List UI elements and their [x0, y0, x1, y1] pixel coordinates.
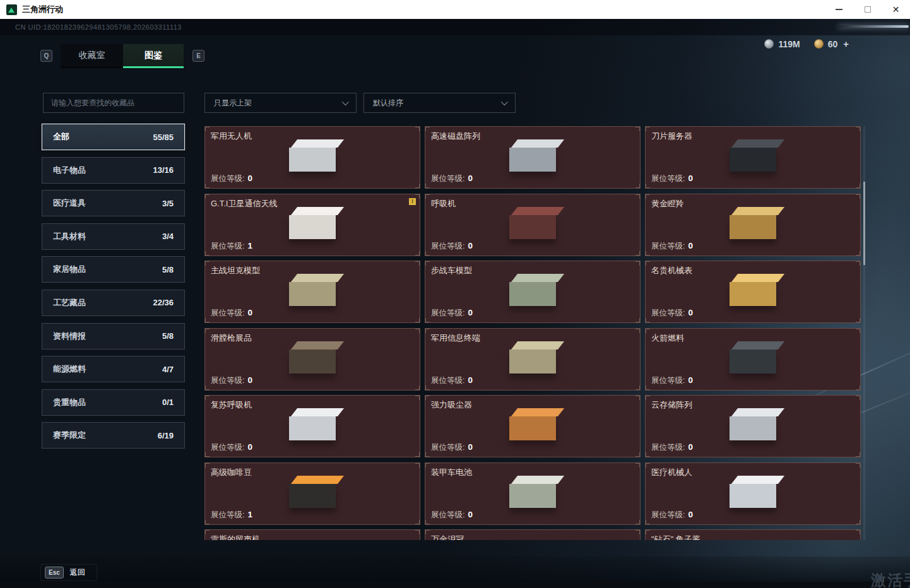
vehicle-battery-icon: [425, 473, 640, 510]
sidebar-item-3[interactable]: 工具材料 3/4: [42, 223, 185, 250]
maximize-icon: [865, 6, 871, 13]
category-count: 5/8: [162, 265, 174, 274]
collectible-card[interactable]: 军用无人机 展位等级:0: [204, 126, 420, 189]
prev-tab-key-hint[interactable]: Q: [40, 50, 52, 62]
collectible-card[interactable]: 复苏呼吸机 展位等级:0: [204, 395, 420, 457]
sidebar-item-2[interactable]: 医疗道具 3/5: [42, 190, 185, 216]
category-label: 家居物品: [53, 264, 86, 275]
category-count: 3/4: [162, 232, 174, 241]
display-level: 展位等级:0: [651, 241, 693, 252]
display-level: 展位等级:0: [211, 442, 252, 453]
collectible-card[interactable]: 步战车模型 展位等级:0: [425, 261, 641, 323]
luxury-watch-icon: [646, 271, 860, 309]
display-level: 展位等级:0: [431, 173, 473, 184]
category-count: 55/85: [153, 132, 174, 142]
respirator-icon: [425, 204, 640, 242]
window-title: 三角洲行动: [22, 4, 63, 15]
disk-array-icon: [425, 137, 640, 174]
category-label: 全部: [53, 131, 69, 143]
sidebar-item-8[interactable]: 贵重物品 0/1: [42, 389, 185, 416]
collectible-card[interactable]: 装甲车电池 展位等级:0: [425, 462, 641, 525]
collectible-card[interactable]: 万金泪冠 展位等级:0: [425, 529, 641, 540]
category-label: 赛季限定: [53, 430, 86, 441]
sidebar-item-9[interactable]: 赛季限定 6/19: [42, 422, 185, 449]
satellite-antenna-icon: [205, 204, 420, 242]
sidebar-item-5[interactable]: 工艺藏品 22/36: [42, 290, 185, 316]
grid-scrollbar-track[interactable]: [863, 126, 865, 540]
decorative-light-bar: [838, 25, 909, 28]
category-label: 工艺藏品: [53, 297, 86, 309]
collectible-card[interactable]: 火箭燃料 展位等级:0: [645, 328, 861, 391]
collectible-card[interactable]: 医疗机械人 展位等级:0: [645, 462, 861, 525]
blade-server-icon: [646, 137, 860, 174]
collectible-card[interactable]: 刀片服务器 展位等级:0: [645, 126, 861, 189]
title-bar: 三角洲行动 ✕: [0, 0, 910, 19]
category-count: 6/19: [158, 431, 174, 440]
collectible-card[interactable]: 雷斯的留声机 展位等级:0: [204, 529, 420, 540]
collectible-card[interactable]: 滑膛枪展品 展位等级:0: [204, 328, 420, 391]
back-control[interactable]: Esc 返回: [40, 564, 97, 581]
close-button[interactable]: ✕: [882, 0, 910, 19]
sidebar-item-1[interactable]: 电子物品 13/16: [42, 157, 185, 184]
collectible-card[interactable]: G.T.I卫星通信天线 ! 展位等级:1: [204, 194, 420, 256]
filter-row: 只显示上架 默认排序: [0, 93, 910, 113]
military-drone-icon: [205, 137, 420, 174]
category-label: 能源燃料: [53, 363, 86, 375]
category-label: 工具材料: [53, 231, 86, 242]
search-input[interactable]: [44, 98, 184, 107]
tab-collection-room[interactable]: 收藏室: [61, 44, 123, 68]
sidebar-item-0[interactable]: 全部 55/85: [42, 124, 185, 150]
vacuum-cleaner-icon: [425, 406, 640, 443]
back-label: 返回: [70, 567, 85, 578]
category-count: 4/7: [162, 365, 174, 374]
chevron-down-icon: [501, 98, 508, 105]
item-grid-viewport: 军用无人机 展位等级:0 高速磁盘阵列 展位等级:0 刀片服务器 展位等级:0: [204, 126, 861, 540]
collectible-card[interactable]: 高速磁盘阵列 展位等级:0: [425, 126, 641, 189]
sidebar-item-4[interactable]: 家居物品 5/8: [42, 256, 185, 283]
tab-gallery[interactable]: 图鉴: [123, 44, 184, 68]
collectible-card[interactable]: 高级咖啡豆 展位等级:1: [204, 462, 420, 525]
listing-filter-dropdown[interactable]: 只显示上架: [204, 93, 357, 113]
collectible-card[interactable]: "钻石" 鱼子酱 展位等级:0: [645, 529, 861, 540]
collectible-card[interactable]: 云存储阵列 展位等级:0: [645, 395, 861, 457]
display-level: 展位等级:0: [211, 375, 252, 386]
military-terminal-icon: [425, 339, 640, 376]
collectible-card[interactable]: 名贵机械表 展位等级:0: [645, 261, 861, 323]
display-level: 展位等级:0: [651, 173, 693, 184]
category-sidebar: 全部 55/85 电子物品 13/16 医疗道具 3/5 工具材料 3/4 家居…: [42, 124, 185, 449]
sidebar-item-7[interactable]: 能源燃料 4/7: [42, 356, 185, 382]
sort-value: 默认排序: [373, 98, 403, 109]
sidebar-item-6[interactable]: 资料情报 5/8: [42, 323, 185, 350]
category-label: 电子物品: [53, 165, 86, 176]
cloud-storage-icon: [646, 406, 860, 443]
category-count: 13/16: [153, 165, 174, 175]
main-area: CN UID:182018239629481305798,20260331111…: [0, 19, 910, 588]
tabs-row: Q 收藏室 图鉴 E: [0, 44, 910, 68]
footer-band: Esc 返回: [0, 556, 910, 582]
display-level: 展位等级:0: [431, 510, 473, 520]
app-window: 三角洲行动 ✕ CN UID:182018239629481305798,202…: [0, 0, 910, 588]
sort-dropdown[interactable]: 默认排序: [363, 93, 516, 113]
collectible-card[interactable]: 主战坦克模型 展位等级:0: [204, 261, 420, 323]
collectible-card[interactable]: 呼吸机 展位等级:0: [425, 194, 641, 256]
collectible-card[interactable]: 黄金瞪羚 展位等级:0: [645, 194, 861, 256]
item-name: "钻石" 鱼子酱: [651, 534, 700, 540]
next-tab-key-hint[interactable]: E: [192, 50, 204, 62]
category-count: 5/8: [162, 331, 174, 341]
display-level: 展位等级:0: [431, 241, 473, 252]
tank-model-icon: [205, 271, 420, 309]
app-logo-icon: [6, 4, 17, 15]
grid-scrollbar-thumb[interactable]: [863, 182, 865, 265]
maximize-button[interactable]: [853, 0, 882, 19]
collectible-card[interactable]: 强力吸尘器 展位等级:0: [425, 395, 641, 457]
minimize-button[interactable]: [825, 0, 853, 19]
esc-key-icon: Esc: [45, 567, 64, 579]
revival-ventilator-icon: [205, 406, 420, 443]
category-count: 0/1: [162, 397, 174, 407]
golden-gazelle-icon: [646, 204, 860, 242]
collectible-card[interactable]: 军用信息终端 展位等级:0: [425, 328, 641, 391]
listing-filter-value: 只显示上架: [214, 98, 252, 109]
category-label: 资料情报: [53, 331, 86, 342]
item-name: 雷斯的留声机: [211, 534, 260, 540]
display-level: 展位等级:0: [211, 308, 252, 319]
